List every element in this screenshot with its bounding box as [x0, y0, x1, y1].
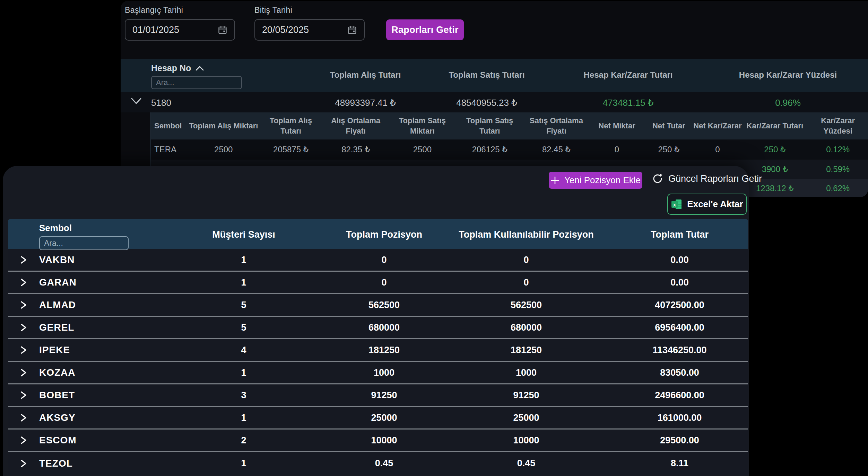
musteri-sayisi-cell: 3: [160, 390, 327, 401]
table-row: GARAN1000.00: [8, 272, 748, 294]
musteri-sayisi-cell: 5: [160, 322, 327, 333]
detail-cell: 206125 ₺: [456, 145, 523, 154]
export-excel-button[interactable]: x Excel'e Aktar: [667, 194, 747, 215]
detail-cell-profit: 0.62%: [808, 184, 868, 193]
calendar-icon[interactable]: [218, 25, 227, 35]
detail-col: Net Miktar: [589, 121, 644, 131]
symbol-cell: GEREL: [39, 322, 160, 333]
toplam-tutar-cell: 6956400.00: [611, 322, 748, 333]
hesap-no-column-header[interactable]: Hesap No: [151, 63, 191, 73]
column-header-sembol[interactable]: Sembol: [39, 223, 160, 233]
toplam-pozisyon-cell: 0: [327, 255, 441, 265]
expand-row-icon[interactable]: [8, 277, 39, 288]
expand-row-icon[interactable]: [8, 367, 39, 378]
symbol-cell: KOZAA: [39, 367, 160, 378]
column-header-toplam-kullanilabilir: Toplam Kullanılabilir Pozisyon: [441, 229, 611, 240]
detail-cell: 250 ₺: [644, 145, 693, 154]
end-date-field: Bitiş Tarihi 20/05/2025: [254, 6, 365, 41]
toplam-kullanilabilir-cell: 10000: [441, 435, 611, 446]
detail-col: Net Kar/Zarar: [693, 121, 742, 131]
plus-icon: [550, 176, 559, 185]
symbol-cell: ESCOM: [39, 435, 160, 446]
toplam-pozisyon-cell: 562500: [327, 300, 441, 311]
detail-col: Alış Ortalama Fiyatı: [323, 116, 389, 136]
toplam-tutar-cell: 29500.00: [611, 435, 748, 446]
detail-col: Toplam Alış Miktarı: [188, 121, 259, 131]
detail-cell-profit: 1238.12 ₺: [742, 184, 808, 193]
app-root: Başlangıç Tarihi 01/01/2025 Bitiş Tarihi…: [0, 0, 868, 476]
detail-col: Satış Ortalama Fiyatı: [523, 116, 589, 136]
musteri-sayisi-cell: 1: [160, 367, 327, 378]
positions-table: Sembol Müşteri Sayısı Toplam Pozisyon To…: [8, 219, 748, 476]
symbol-cell: IPEKE: [39, 345, 160, 356]
refresh-reports-button[interactable]: Güncel Raporları Getir: [652, 173, 762, 185]
detail-col: Kar/Zarar Tutarı: [742, 121, 808, 131]
detail-cell-profit: 0.12%: [808, 145, 868, 154]
expand-row-icon[interactable]: [8, 413, 39, 423]
expand-row-icon[interactable]: [8, 255, 39, 265]
toplam-pozisyon-cell: 0: [327, 277, 441, 288]
end-date-input[interactable]: 20/05/2025: [254, 19, 365, 41]
detail-col-sembol: Sembol: [151, 121, 188, 131]
calendar-icon[interactable]: [347, 25, 357, 35]
toplam-pozisyon-cell: 91250: [327, 390, 441, 401]
symbol-cell: AKSGY: [39, 412, 160, 423]
detail-col: Toplam Satış Tutarı: [456, 116, 523, 136]
toplam-pozisyon-cell: 25000: [327, 413, 441, 423]
detail-col: Toplam Alış Tutarı: [259, 116, 323, 136]
table-row: ESCOM2100001000029500.00: [8, 430, 748, 452]
start-date-input[interactable]: 01/01/2025: [125, 19, 235, 41]
refresh-icon: [652, 173, 663, 185]
excel-icon: x: [671, 198, 683, 210]
column-header-musteri-sayisi: Müşteri Sayısı: [160, 229, 327, 240]
expand-row-icon[interactable]: [8, 435, 39, 445]
account-kar-zarar-yuzdesi: 0.96%: [775, 97, 801, 108]
detail-cell: 82.35 ₺: [323, 145, 389, 154]
accounts-table-header: Hesap No Toplam Alış Tutarı Toplam Satış…: [121, 59, 868, 92]
toplam-kullanilabilir-cell: 1000: [441, 367, 611, 378]
musteri-sayisi-cell: 1: [160, 277, 327, 288]
toplam-kullanilabilir-cell: 0: [441, 255, 611, 265]
sembol-search-input[interactable]: [39, 236, 129, 250]
toplam-kullanilabilir-cell: 680000: [441, 322, 611, 333]
musteri-sayisi-cell: 1: [160, 413, 327, 423]
toplam-tutar-cell: 8.11: [611, 458, 748, 469]
start-date-field: Başlangıç Tarihi 01/01/2025: [125, 6, 235, 41]
expand-row-icon[interactable]: [8, 322, 39, 333]
symbol-cell: TEZOL: [39, 458, 160, 469]
table-row: ALMAD55625005625004072500.00: [8, 294, 748, 317]
add-position-button[interactable]: Yeni Pozisyon Ekle: [549, 172, 642, 189]
detail-col: Kar/Zarar Yüzdesi: [808, 116, 868, 136]
detail-cell: 82.45 ₺: [523, 145, 589, 154]
symbol-cell: BOBET: [39, 390, 160, 401]
table-row: AKSGY12500025000161000.00: [8, 407, 748, 430]
symbol-cell: ALMAD: [39, 299, 160, 311]
hesap-no-search-input[interactable]: [151, 76, 242, 89]
sort-ascending-icon[interactable]: [195, 65, 204, 71]
toplam-pozisyon-cell: 680000: [327, 322, 441, 333]
detail-row-tera: TERA 2500 205875 ₺ 82.35 ₺ 2500 206125 ₺…: [151, 139, 868, 160]
detail-cell: 2500: [389, 145, 456, 154]
column-header-kar-zarar-yuzdesi: Hesap Kar/Zarar Yüzdesi: [739, 70, 837, 80]
start-date-value: 01/01/2025: [132, 25, 179, 35]
column-header-toplam-tutar: Toplam Tutar: [611, 229, 748, 240]
expand-row-icon[interactable]: [8, 300, 39, 310]
musteri-sayisi-cell: 5: [160, 300, 327, 311]
toplam-tutar-cell: 0.00: [611, 277, 748, 288]
toplam-kullanilabilir-cell: 0: [441, 277, 611, 288]
account-toplam-satis: 48540955.23 ₺: [456, 97, 517, 108]
toplam-pozisyon-cell: 10000: [327, 435, 441, 446]
musteri-sayisi-cell: 1: [160, 458, 327, 469]
table-row: TEZOL10.450.458.11: [8, 452, 748, 475]
fetch-reports-button[interactable]: Raporları Getir: [386, 19, 464, 40]
account-row: 5180 48993397.41 ₺ 48540955.23 ₺ 473481.…: [121, 92, 868, 112]
detail-table-header: Sembol Toplam Alış Miktarı Toplam Alış T…: [151, 112, 868, 139]
expand-row-icon[interactable]: [8, 458, 39, 469]
end-date-value: 20/05/2025: [262, 25, 309, 35]
expand-row-icon[interactable]: [8, 345, 39, 355]
expand-row-icon[interactable]: [8, 390, 39, 400]
toplam-kullanilabilir-cell: 181250: [441, 345, 611, 356]
detail-cell: 0: [693, 145, 742, 154]
collapse-row-icon[interactable]: [130, 97, 142, 105]
toplam-tutar-cell: 4072500.00: [611, 300, 748, 311]
